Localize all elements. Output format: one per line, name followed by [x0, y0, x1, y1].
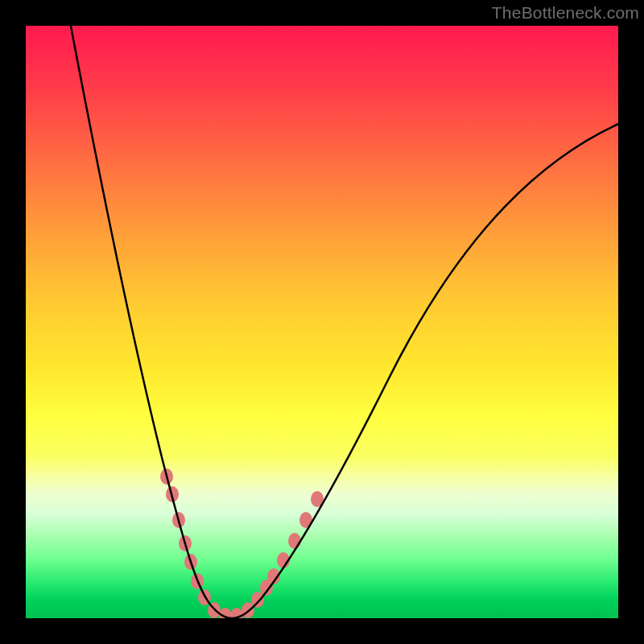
data-marker [288, 533, 301, 549]
data-marker [251, 592, 264, 608]
plot-area [26, 26, 618, 618]
watermark-text: TheBottleneck.com [492, 3, 639, 23]
chart-frame: TheBottleneck.com [0, 0, 644, 644]
curve-svg [26, 26, 618, 618]
bottleneck-curve [69, 26, 618, 618]
